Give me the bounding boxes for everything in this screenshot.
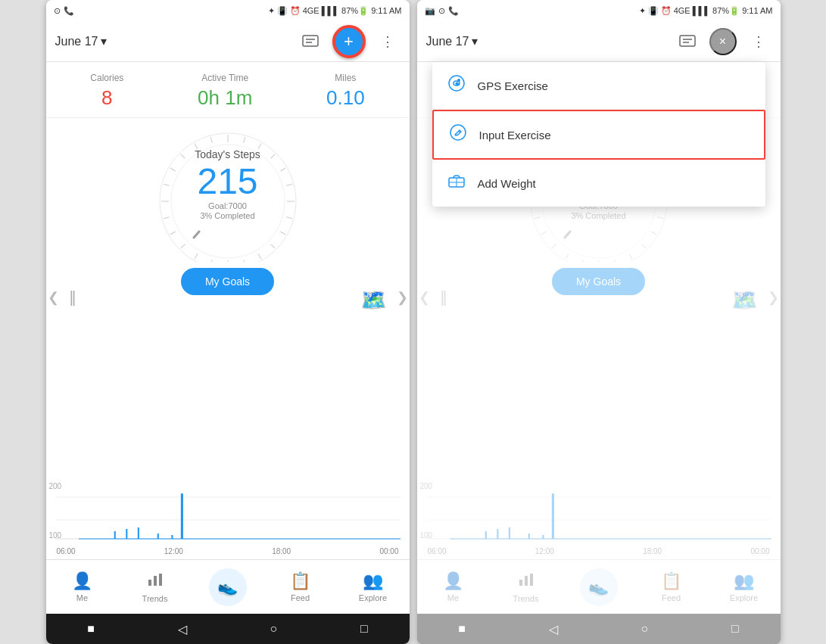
status-bar-2: 📷 ⊙ 📞 ✦ 📳 ⏰ 4GE ▌▌▌ 87%🔋 9:11 AM (417, 0, 781, 21)
battery-text: 87%🔋 (341, 6, 369, 16)
svg-rect-36 (137, 527, 139, 539)
active-time-stat: Active Time 0h 1m (198, 73, 252, 110)
screen-1: ⊙ 📞 ✦ 📳 ⏰ 4GE ▌▌▌ 87%🔋 9:11 AM June 17 ▾ (46, 0, 410, 644)
more-button[interactable]: ⋮ (375, 29, 401, 54)
svg-line-12 (280, 232, 285, 235)
header-1: June 17 ▾ + ⋮ (46, 21, 410, 62)
menu-gps-exercise[interactable]: GPS Exercise (432, 62, 765, 110)
x-label-1200: 12:00 (164, 547, 183, 555)
calories-stat: Calories 8 (90, 73, 123, 110)
x-label-0600: 06:00 (57, 547, 76, 555)
status-left-icons: ⊙ 📞 (54, 6, 74, 16)
sys-recents-btn[interactable]: □ (345, 616, 383, 642)
close-button[interactable]: × (709, 28, 737, 55)
bottom-nav-1: 👤 Me Trends 👟 📋 Feed 👥 Explore (46, 559, 410, 614)
calories-label: Calories (90, 73, 123, 83)
time-text-2: 9:11 AM (742, 6, 772, 15)
svg-line-24 (170, 168, 175, 171)
pause-icon: ‖ (69, 288, 76, 313)
time-text: 9:11 AM (371, 6, 401, 15)
bluetooth-icon: ✦ (268, 6, 275, 16)
header-2: June 17 ▾ × ⋮ (417, 21, 781, 62)
add-weight-label: Add Weight (478, 177, 536, 190)
svg-line-15 (243, 260, 245, 262)
my-goals-label: My Goals (205, 275, 250, 288)
sys-square-btn[interactable]: ■ (72, 616, 110, 642)
svg-line-27 (210, 137, 212, 143)
stats-row-1: Calories 8 Active Time 0h 1m Miles 0.10 (46, 62, 410, 118)
steps-completed: 3% Completed (195, 211, 260, 220)
header-icons-2: × ⋮ (675, 28, 771, 55)
status-right-info: ✦ 📳 ⏰ 4GE ▌▌▌ 87%🔋 9:11 AM (268, 6, 402, 16)
add-button[interactable]: + (332, 25, 366, 58)
svg-line-8 (280, 168, 285, 171)
svg-line-20 (170, 232, 175, 235)
svg-line-11 (286, 217, 292, 219)
nav-trends[interactable]: Trends (119, 571, 192, 603)
nav-me[interactable]: 👤 Me (46, 571, 119, 602)
steps-active-circle: 👟 (209, 568, 247, 606)
x-label-1800: 18:00 (272, 547, 291, 555)
sys-back-btn[interactable]: ◁ (163, 616, 202, 642)
right-arrow[interactable]: ❯ (397, 289, 408, 306)
sys-home-btn[interactable]: ○ (255, 616, 293, 642)
svg-line-7 (270, 154, 275, 159)
svg-line-21 (163, 217, 169, 219)
gps-exercise-icon (447, 74, 466, 97)
circle-icon-2: ⊙ (438, 6, 445, 16)
vibrate-icon: 📳 (277, 6, 288, 16)
header-date[interactable]: June 17 ▾ (55, 34, 298, 48)
steps-info: Today's Steps 215 Goal:7000 3% Completed (195, 148, 260, 220)
date-label: June 17 (55, 35, 98, 48)
svg-rect-42 (159, 574, 162, 586)
input-exercise-icon (449, 123, 467, 146)
y-label-200: 200 (49, 482, 62, 490)
chart-svg-1 (55, 482, 401, 543)
svg-rect-37 (157, 534, 158, 539)
more-button-2[interactable]: ⋮ (746, 29, 771, 54)
add-label: + (344, 32, 354, 51)
svg-line-5 (243, 137, 245, 143)
svg-rect-43 (680, 36, 695, 46)
status-right-info-2: ✦ 📳 ⏰ 4GE ▌▌▌ 87%🔋 9:11 AM (639, 6, 773, 16)
svg-line-23 (163, 184, 169, 185)
nav-steps-active[interactable]: 👟 (192, 568, 264, 606)
nav-explore[interactable]: 👥 Explore (337, 571, 410, 602)
status-left-icons-2: 📷 ⊙ 📞 (425, 6, 459, 16)
gps-exercise-label: GPS Exercise (478, 79, 548, 92)
svg-rect-38 (171, 535, 173, 539)
svg-line-18 (195, 254, 198, 259)
miles-label: Miles (326, 73, 365, 83)
left-arrow[interactable]: ❮ (48, 289, 59, 306)
circle-icon: ⊙ (54, 6, 61, 16)
header-date-2[interactable]: June 17 ▾ (426, 34, 675, 48)
active-time-label: Active Time (198, 73, 252, 83)
svg-line-14 (258, 254, 261, 259)
map-icon: 🗺️ (360, 288, 387, 313)
message-button-2[interactable] (675, 29, 700, 54)
explore-label: Explore (359, 593, 387, 602)
steps-title: Today's Steps (195, 148, 260, 160)
header-icons: + ⋮ (298, 25, 401, 58)
nav-feed[interactable]: 📋 Feed (264, 571, 337, 602)
svg-rect-0 (303, 36, 318, 46)
active-time-value: 0h 1m (198, 86, 252, 110)
menu-add-weight[interactable]: Add Weight (432, 160, 765, 207)
chart-section-1: 200 100 06:00 12:00 (46, 476, 410, 559)
steps-icon: 👟 (217, 577, 238, 597)
trends-icon (147, 571, 164, 592)
x-label-0000: 00:00 (379, 547, 398, 555)
steps-goal: Goal:7000 (195, 201, 260, 210)
more-label: ⋮ (381, 33, 394, 50)
steps-value: 215 (195, 163, 260, 200)
menu-input-exercise[interactable]: Input Exercise (432, 110, 765, 160)
date-label-2: June 17 (426, 35, 469, 48)
me-label: Me (76, 593, 88, 602)
battery-text-2: 87%🔋 (712, 6, 740, 16)
message-button[interactable] (298, 29, 323, 54)
signal-text: 4GE ▌▌▌ (303, 6, 339, 15)
gauge-container: Today's Steps 215 Goal:7000 3% Completed (145, 126, 311, 262)
sys-nav-1: ■ ◁ ○ □ (46, 614, 410, 644)
me-icon: 👤 (72, 571, 92, 591)
svg-rect-34 (114, 531, 115, 539)
